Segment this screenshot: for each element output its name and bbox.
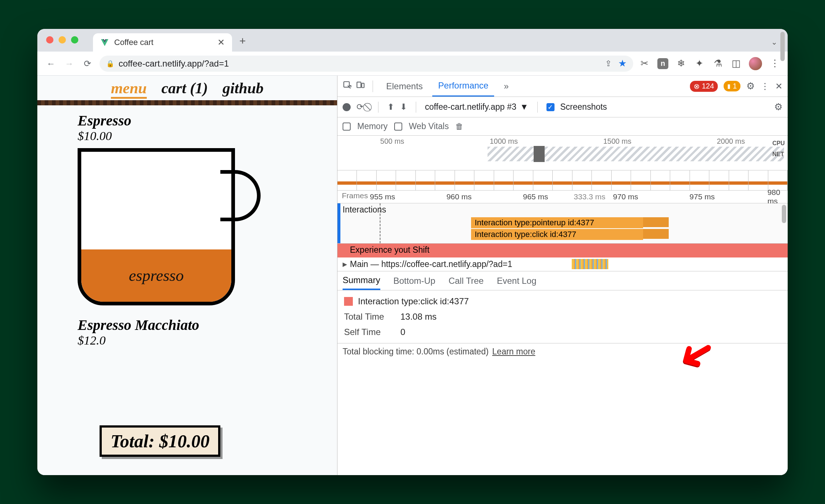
overview-timeline[interactable]: 500 ms 1000 ms 1500 ms 2000 ms CPU NET [337, 136, 788, 170]
trash-icon[interactable]: 🗑 [455, 122, 463, 131]
bookmark-icon[interactable]: ★ [618, 58, 627, 69]
save-button[interactable]: ⬇ [400, 102, 407, 112]
total-time-label: Total Time [344, 312, 392, 322]
item1-price: $10.00 [78, 129, 337, 143]
reload-button[interactable]: ⟳ [81, 57, 94, 70]
reload-record-button[interactable]: ⟳ [356, 102, 363, 112]
ruler-tick: 980 ms [768, 188, 781, 206]
back-button[interactable]: ← [45, 57, 57, 70]
ruler-tick: 975 ms [690, 192, 715, 201]
devtools-menu-icon[interactable]: ⋮ [761, 81, 769, 91]
webpage: menu cart (1) github Espresso $10.00 esp… [37, 76, 337, 475]
svg-rect-2 [362, 83, 364, 87]
load-button[interactable]: ⬆ [387, 102, 394, 112]
extensions: ✂︎ n ❄︎ ✦ ⚗ ◫ ⋮ [639, 57, 780, 70]
ov-tick: 1000 ms [490, 137, 518, 146]
device-toggle-icon[interactable] [356, 80, 365, 92]
lane-cpu: CPU [772, 138, 785, 149]
tab-event-log[interactable]: Event Log [497, 276, 536, 286]
tab-bottom-up[interactable]: Bottom-Up [393, 276, 436, 286]
total-text: Total: $10.00 [111, 431, 209, 451]
cup-handle [220, 170, 261, 221]
filmstrip[interactable] [337, 170, 788, 191]
settings-icon[interactable]: ⚙ [746, 80, 755, 92]
summary-swatch [344, 297, 353, 306]
ruler-tick: 960 ms [447, 192, 472, 201]
browser-tab[interactable]: Coffee cart ✕ [93, 33, 232, 52]
interaction-bar-click[interactable]: Interaction type:click id:4377 [471, 229, 643, 240]
total-time-value: 13.08 ms [400, 312, 437, 322]
flame-chart-area[interactable]: Interactions Interaction type:pointerup … [337, 203, 788, 271]
close-tab-icon[interactable]: ✕ [217, 37, 225, 48]
devtools: Elements Performance » 124 1 ⚙ ⋮ ✕ ⟳ ⃠ ⬆… [337, 76, 788, 475]
lane-net: NET [772, 149, 785, 160]
panel-ext-icon[interactable]: ◫ [731, 58, 742, 69]
ov-tick: 500 ms [380, 137, 404, 146]
experience-label: Experience yout Shift [350, 245, 429, 255]
ruler-tick: 970 ms [613, 192, 638, 201]
self-time-value: 0 [400, 327, 405, 337]
close-devtools-icon[interactable]: ✕ [775, 81, 783, 91]
nav-menu[interactable]: menu [111, 79, 147, 99]
n-ext-icon[interactable]: n [657, 58, 668, 69]
item2-price: $12.0 [78, 334, 337, 347]
inspect-icon[interactable] [343, 80, 352, 92]
tab-more[interactable]: » [498, 76, 514, 97]
nav-cart[interactable]: cart (1) [161, 79, 208, 99]
ruler-tick: 965 ms [523, 192, 548, 201]
chrome-menu-icon[interactable]: ⋮ [769, 58, 780, 69]
experience-track[interactable]: Experience yout Shift [337, 244, 788, 257]
cup-body: espresso [78, 148, 235, 305]
interactions-track[interactable]: Interactions Interaction type:pointerup … [337, 203, 788, 244]
item2-name: Espresso Macchiato [78, 316, 337, 334]
lock-icon[interactable]: 🔒 [106, 60, 114, 68]
main-track[interactable]: ▶ Main — https://coffee-cart.netlify.app… [337, 257, 788, 271]
ov-tick: 1500 ms [603, 137, 631, 146]
scissors-ext-icon[interactable]: ✂︎ [639, 58, 650, 69]
frames-label: Frames [342, 191, 368, 200]
address-bar: ← → ⟳ 🔒 coffee-cart.netlify.app/?ad=1 ⇪ … [37, 52, 788, 76]
profile-avatar[interactable] [749, 57, 762, 70]
total-button[interactable]: Total: $10.00 [100, 425, 220, 457]
flask-ext-icon[interactable]: ⚗ [712, 58, 723, 69]
perf-footer: Total blocking time: 0.00ms (estimated) … [337, 343, 788, 360]
extensions-icon[interactable]: ✦ [694, 58, 705, 69]
time-ruler[interactable]: Frames 955 ms 960 ms 965 ms 333.3 ms 970… [337, 191, 788, 203]
tab-summary[interactable]: Summary [343, 271, 380, 290]
tab-call-tree[interactable]: Call Tree [448, 276, 484, 286]
screenshots-checkbox[interactable]: ✓ [546, 103, 555, 111]
interaction-bar-pointerup[interactable]: Interaction type:pointerup id:4377 [471, 217, 643, 228]
tab-title: Coffee cart [114, 38, 153, 47]
learn-more-link[interactable]: Learn more [492, 347, 535, 357]
self-time-label: Self Time [344, 327, 392, 337]
tab-elements[interactable]: Elements [380, 76, 429, 97]
scrollbar[interactable] [782, 205, 786, 223]
snowflake-ext-icon[interactable]: ❄︎ [676, 58, 687, 69]
record-button[interactable] [343, 103, 351, 111]
capture-settings-icon[interactable]: ⚙ [774, 101, 783, 113]
warning-badge[interactable]: 1 [724, 81, 740, 91]
memory-checkbox[interactable] [343, 123, 351, 131]
maximize-icon[interactable] [71, 36, 78, 44]
close-icon[interactable] [46, 36, 53, 44]
error-badge[interactable]: 124 [690, 81, 718, 92]
share-icon[interactable]: ⇪ [605, 59, 612, 68]
tab-performance[interactable]: Performance [432, 76, 494, 97]
beans-divider [37, 100, 337, 105]
tab-list-button[interactable]: ⌄ [771, 38, 777, 46]
url-field[interactable]: 🔒 coffee-cart.netlify.app/?ad=1 ⇪ ★ [100, 56, 633, 72]
nav-github[interactable]: github [223, 79, 264, 99]
expand-icon[interactable]: ▶ [343, 261, 347, 268]
ov-tick: 2000 ms [717, 137, 745, 146]
profile-selector[interactable]: coffee-cart.netlify.app #3 ▼ [425, 102, 529, 112]
cup-fill: espresso [81, 249, 231, 302]
forward-button[interactable]: → [63, 57, 75, 70]
coffee-cup[interactable]: espresso [78, 148, 235, 305]
minimize-icon[interactable] [59, 36, 66, 44]
tab-strip: Coffee cart ✕ + ⌄ [37, 29, 788, 52]
summary-title: Interaction type:click id:4377 [358, 296, 469, 306]
webvitals-checkbox[interactable] [394, 123, 402, 131]
summary-panel: Interaction type:click id:4377 Total Tim… [337, 290, 788, 343]
ruler-tick: 955 ms [370, 192, 395, 201]
new-tab-button[interactable]: + [239, 35, 246, 47]
